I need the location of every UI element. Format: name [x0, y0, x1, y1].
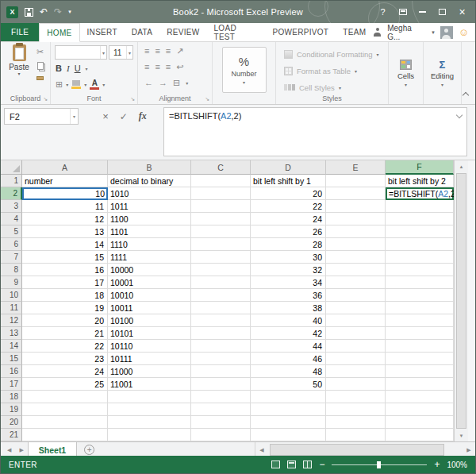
- column-header-B[interactable]: B: [108, 160, 191, 175]
- cell-D18[interactable]: [251, 391, 326, 403]
- cell-A17[interactable]: 25: [22, 378, 108, 391]
- close-icon[interactable]: ×: [452, 3, 472, 21]
- row-header-21[interactable]: 21: [1, 429, 22, 441]
- align-top-icon[interactable]: ≡: [144, 47, 149, 56]
- zoom-in-icon[interactable]: +: [434, 460, 440, 469]
- alignment-dialog-launcher-icon[interactable]: ↘: [205, 96, 209, 102]
- font-dialog-launcher-icon[interactable]: ↘: [130, 96, 135, 102]
- help-icon[interactable]: ?: [373, 3, 393, 21]
- cell-C12[interactable]: [191, 314, 251, 327]
- row-header-9[interactable]: 9: [1, 276, 22, 289]
- cell-E20[interactable]: [326, 416, 386, 429]
- cell-B16[interactable]: 11000: [108, 365, 191, 378]
- cancel-icon[interactable]: ×: [102, 111, 109, 121]
- cell-F6[interactable]: [386, 238, 454, 251]
- column-header-A[interactable]: A: [22, 160, 108, 175]
- column-header-E[interactable]: E: [326, 160, 386, 175]
- cell-E7[interactable]: [326, 251, 386, 264]
- cell-E11[interactable]: [326, 302, 386, 314]
- row-header-1[interactable]: 1: [1, 175, 22, 187]
- tab-powerpivot[interactable]: POWERPIVOT: [265, 23, 336, 41]
- font-name-select[interactable]: ▾: [55, 45, 107, 60]
- borders-icon[interactable]: ⊞: [56, 80, 63, 89]
- number-format-button[interactable]: % Number ▾: [222, 47, 267, 93]
- cell-E4[interactable]: [326, 213, 386, 225]
- cell-C1[interactable]: [191, 175, 251, 187]
- cell-D6[interactable]: 28: [251, 238, 326, 251]
- borders-caret-icon[interactable]: ▾: [66, 82, 68, 87]
- insert-function-icon[interactable]: fx: [139, 110, 147, 122]
- underline-caret-icon[interactable]: ▾: [86, 66, 88, 71]
- orientation-icon[interactable]: ↗: [176, 47, 183, 56]
- cell-B20[interactable]: [108, 416, 191, 429]
- sheet-nav-prev-icon[interactable]: ◀: [1, 447, 15, 453]
- cell-B1[interactable]: decimal to binary: [108, 175, 191, 187]
- row-header-19[interactable]: 19: [1, 403, 22, 416]
- cell-F11[interactable]: [386, 302, 454, 314]
- minimize-icon[interactable]: [413, 3, 432, 21]
- enter-icon[interactable]: ✓: [120, 112, 128, 121]
- fill-color-icon[interactable]: [71, 80, 81, 89]
- page-break-view-icon[interactable]: [303, 461, 312, 468]
- cell-C15[interactable]: [191, 353, 251, 365]
- cell-E12[interactable]: [326, 314, 386, 327]
- cell-E1[interactable]: [326, 175, 386, 187]
- ribbon-display-options-icon[interactable]: [393, 3, 413, 21]
- row-header-2[interactable]: 2: [1, 187, 22, 200]
- scroll-down-icon[interactable]: ▼: [455, 430, 468, 441]
- cell-A11[interactable]: 19: [22, 302, 108, 314]
- cell-B2[interactable]: 1010: [108, 187, 191, 200]
- cell-F19[interactable]: [386, 403, 454, 416]
- cell-A18[interactable]: [22, 391, 108, 403]
- formula-input[interactable]: =BITLSHIFT(A2,2): [163, 107, 467, 156]
- cell-E16[interactable]: [326, 365, 386, 378]
- cell-F7[interactable]: [386, 251, 454, 264]
- cell-E14[interactable]: [326, 340, 386, 353]
- cell-E21[interactable]: [326, 429, 386, 441]
- cell-B12[interactable]: 10100: [108, 314, 191, 327]
- cell-C10[interactable]: [191, 289, 251, 302]
- user-name[interactable]: Megha G...: [387, 24, 426, 41]
- font-size-select[interactable]: 11 ▾: [109, 45, 133, 60]
- cell-C3[interactable]: [191, 200, 251, 213]
- cell-A5[interactable]: 13: [22, 225, 108, 238]
- tab-insert[interactable]: INSERT: [80, 23, 125, 41]
- clipboard-dialog-launcher-icon[interactable]: ↘: [43, 96, 48, 102]
- cell-B13[interactable]: 10101: [108, 327, 191, 340]
- normal-view-icon[interactable]: [271, 461, 280, 468]
- cell-B3[interactable]: 1011: [108, 200, 191, 213]
- cell-C11[interactable]: [191, 302, 251, 314]
- cell-D15[interactable]: 46: [251, 353, 326, 365]
- cell-E10[interactable]: [326, 289, 386, 302]
- user-menu-caret-icon[interactable]: ▾: [432, 29, 435, 36]
- underline-button[interactable]: U: [75, 64, 81, 73]
- cell-D3[interactable]: 22: [251, 200, 326, 213]
- cell-A20[interactable]: [22, 416, 108, 429]
- cell-E18[interactable]: [326, 391, 386, 403]
- qat-customize-icon[interactable]: ▾: [68, 7, 71, 17]
- cell-D21[interactable]: [251, 429, 326, 441]
- sheet-nav-next-icon[interactable]: ▶: [15, 447, 27, 453]
- row-header-6[interactable]: 6: [1, 238, 22, 251]
- format-as-table-button[interactable]: Format as Table ▾: [284, 65, 357, 76]
- cell-D8[interactable]: 32: [251, 264, 326, 276]
- paste-button[interactable]: Paste ▾: [5, 44, 33, 76]
- cell-F18[interactable]: [386, 391, 454, 403]
- cell-D4[interactable]: 24: [251, 213, 326, 225]
- row-header-17[interactable]: 17: [1, 378, 22, 391]
- cell-D20[interactable]: [251, 416, 326, 429]
- row-header-20[interactable]: 20: [1, 416, 22, 429]
- vertical-scrollbar[interactable]: ▲ ▼: [454, 160, 468, 441]
- cell-F2[interactable]: =BITLSHIFT(A2,2): [386, 187, 454, 200]
- cell-C5[interactable]: [191, 225, 251, 238]
- align-right-icon[interactable]: ≡: [166, 63, 171, 71]
- column-header-C[interactable]: C: [191, 160, 251, 175]
- cell-B4[interactable]: 1100: [108, 213, 191, 225]
- redo-icon[interactable]: ↷: [54, 7, 62, 17]
- cell-A3[interactable]: 11: [22, 200, 108, 213]
- cell-E19[interactable]: [326, 403, 386, 416]
- cell-F3[interactable]: [386, 200, 454, 213]
- cell-C18[interactable]: [191, 391, 251, 403]
- cell-D16[interactable]: 48: [251, 365, 326, 378]
- align-center-icon[interactable]: ≡: [155, 63, 159, 71]
